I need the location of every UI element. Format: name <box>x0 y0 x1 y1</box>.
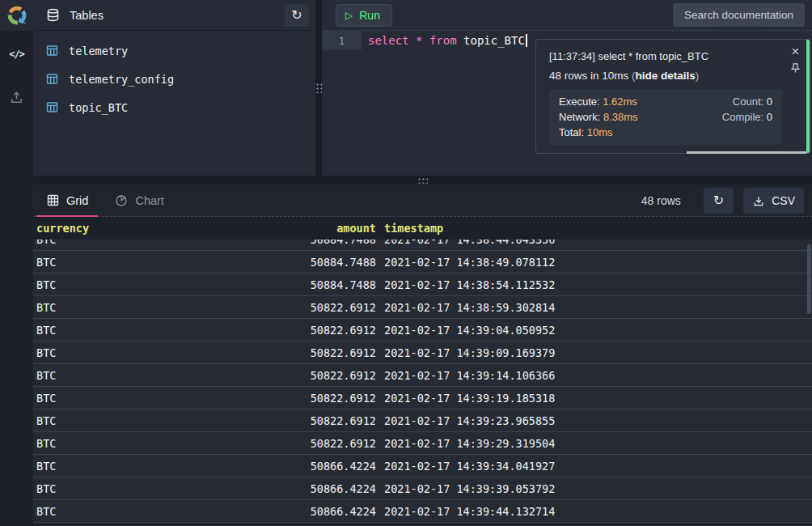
cell-timestamp: 2021-02-17 14:39:34.041927 <box>384 460 812 473</box>
grid-scrollbar[interactable] <box>807 244 811 314</box>
results-toolbar: Grid Chart 48 rows ↻ CSV <box>33 185 812 217</box>
csv-button-label: CSV <box>772 194 795 207</box>
grid-column-headers: currency amount timestamp <box>33 217 812 240</box>
grid-body: BTC50884.74882021-02-17 14:38:44.043356B… <box>33 240 812 526</box>
cell-timestamp: 2021-02-17 14:39:29.319504 <box>384 437 812 450</box>
sql-operator: * <box>416 34 422 47</box>
metrics-left-column: Execute: 1.62ms Network: 8.38ms Total: 1… <box>559 95 638 138</box>
cell-currency: BTC <box>35 460 140 473</box>
cell-currency: BTC <box>35 414 140 427</box>
cell-amount: 50884.7488 <box>140 256 376 269</box>
cell-timestamp: 2021-02-17 14:39:14.106366 <box>384 369 812 382</box>
table-row[interactable]: BTC50866.42242021-02-17 14:39:34.041927 <box>33 455 812 477</box>
grid-rows: BTC50884.74882021-02-17 14:38:44.043356B… <box>33 240 812 523</box>
notification-timestamp: [11:37:34] <box>549 50 595 62</box>
cell-amount: 50866.4224 <box>140 482 376 495</box>
hide-details-toggle[interactable]: hide details <box>636 70 696 82</box>
cell-amount: 50822.6912 <box>140 414 376 427</box>
table-row[interactable]: BTC50822.69122021-02-17 14:39:14.106366 <box>33 364 812 387</box>
cell-timestamp: 2021-02-17 14:39:23.965855 <box>384 414 812 427</box>
sidebar-item-console[interactable]: </> <box>0 40 33 68</box>
cell-timestamp: 2021-02-17 14:38:54.112532 <box>384 278 812 291</box>
cell-amount: 50822.6912 <box>140 301 376 314</box>
table-name: telemetry_config <box>69 73 174 86</box>
table-name: topic_BTC <box>69 101 128 114</box>
table-row[interactable]: BTC50884.74882021-02-17 14:38:44.043356 <box>33 240 812 251</box>
cell-currency: BTC <box>35 256 140 269</box>
questdb-logo-icon <box>6 5 27 26</box>
metric-network: Network: 8.38ms <box>559 111 638 123</box>
table-row[interactable]: BTC50822.69122021-02-17 14:39:23.965855 <box>33 409 812 432</box>
table-row[interactable]: BTC50822.69122021-02-17 14:39:19.185318 <box>33 387 812 409</box>
results-panel: Grid Chart 48 rows ↻ CSV currency amount… <box>33 185 812 526</box>
tab-grid[interactable]: Grid <box>33 185 101 217</box>
table-icon <box>46 73 58 85</box>
questdb-logo[interactable] <box>0 0 33 31</box>
paren: ) <box>696 70 700 82</box>
table-row[interactable]: BTC50822.69122021-02-17 14:39:09.169379 <box>33 341 812 364</box>
table-row[interactable]: BTC50866.42242021-02-17 14:39:44.132714 <box>33 500 812 523</box>
table-name: telemetry <box>69 45 128 57</box>
close-icon[interactable]: × <box>792 46 800 57</box>
run-button[interactable]: ▷ Run <box>336 4 392 27</box>
cell-timestamp: 2021-02-17 14:39:44.132714 <box>384 505 812 518</box>
metric-total: Total: 10ms <box>559 126 638 138</box>
metric-count: Count: 0 <box>722 95 772 108</box>
line-number: 1 <box>322 31 362 50</box>
cell-timestamp: 2021-02-17 14:38:59.302814 <box>384 301 812 314</box>
tables-panel: Tables ↻ telemetry telemetry_config topi… <box>33 0 315 176</box>
table-item-telemetry-config[interactable]: telemetry_config <box>33 65 315 93</box>
column-header-amount: amount <box>140 222 376 235</box>
table-list: telemetry telemetry_config topic_BTC <box>33 31 315 121</box>
sql-keyword: from <box>429 34 457 47</box>
download-icon <box>752 194 765 207</box>
tables-refresh-button[interactable]: ↻ <box>285 4 309 27</box>
tables-panel-title: Tables <box>70 9 285 22</box>
table-row[interactable]: BTC50866.42242021-02-17 14:39:39.053792 <box>33 477 812 500</box>
notification-success-stripe <box>806 40 810 153</box>
cell-currency: BTC <box>35 392 140 405</box>
run-button-label: Run <box>359 9 380 22</box>
cell-timestamp: 2021-02-17 14:39:19.185318 <box>384 392 812 405</box>
tab-chart-label: Chart <box>135 194 163 207</box>
tab-chart[interactable]: Chart <box>101 185 176 217</box>
results-refresh-button[interactable]: ↻ <box>704 188 734 214</box>
sql-keyword: select <box>368 34 409 47</box>
cell-amount: 50884.7488 <box>140 278 376 291</box>
code-icon: </> <box>9 49 24 60</box>
row-count-summary: 48 rows in 10ms <box>549 70 628 82</box>
cell-timestamp: 2021-02-17 14:39:09.169379 <box>384 346 812 359</box>
notification-title: [11:37:34] select * from topic_BTC <box>549 50 782 62</box>
sidebar-item-import[interactable] <box>0 83 33 110</box>
tab-grid-label: Grid <box>66 194 88 207</box>
table-item-topic-btc[interactable]: topic_BTC <box>33 93 315 121</box>
cell-amount: 50822.6912 <box>140 369 376 382</box>
table-row[interactable]: BTC50884.74882021-02-17 14:38:49.078112 <box>33 251 812 274</box>
table-row[interactable]: BTC50822.69122021-02-17 14:39:29.319504 <box>33 432 812 455</box>
cell-amount: 50884.7488 <box>140 240 376 246</box>
cell-currency: BTC <box>35 278 140 291</box>
query-notification-popup: × [11:37:34] select * from topic_BTC 48 … <box>535 39 810 154</box>
horizontal-splitter[interactable] <box>33 176 812 185</box>
pie-chart-icon <box>115 194 128 207</box>
vertical-splitter[interactable] <box>315 0 322 176</box>
pin-icon[interactable] <box>789 62 801 74</box>
column-header-currency: currency <box>35 222 140 235</box>
cell-amount: 50866.4224 <box>140 505 376 518</box>
cell-currency: BTC <box>35 482 140 495</box>
tables-panel-header: Tables ↻ <box>33 0 315 31</box>
download-csv-button[interactable]: CSV <box>743 188 804 214</box>
cell-amount: 50822.6912 <box>140 346 376 359</box>
table-row[interactable]: BTC50822.69122021-02-17 14:38:59.302814 <box>33 296 812 319</box>
notification-progress-bar <box>687 151 806 154</box>
table-row[interactable]: BTC50822.69122021-02-17 14:39:04.050952 <box>33 319 812 341</box>
metric-execute: Execute: 1.62ms <box>559 95 638 108</box>
table-row[interactable]: BTC50884.74882021-02-17 14:38:54.112532 <box>33 274 812 296</box>
editor-toolbar: ▷ Run Search documentation <box>322 0 812 31</box>
refresh-icon: ↻ <box>713 194 724 207</box>
cell-currency: BTC <box>35 301 140 314</box>
table-item-telemetry[interactable]: telemetry <box>33 36 315 65</box>
cell-currency: BTC <box>35 240 140 246</box>
grid-icon <box>47 194 59 206</box>
search-documentation-button[interactable]: Search documentation <box>673 3 805 27</box>
